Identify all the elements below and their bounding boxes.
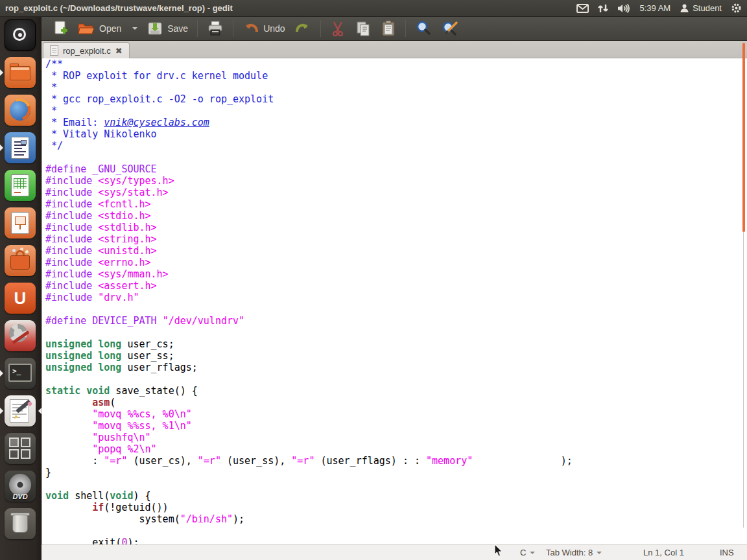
code-line: "pushfq\n" — [45, 432, 747, 443]
find-button[interactable] — [410, 18, 436, 39]
cut-icon — [330, 20, 346, 37]
code-line: */ — [45, 140, 747, 152]
network-arrows-icon[interactable] — [598, 3, 608, 14]
running-indicator — [0, 69, 3, 76]
code-line: #define _GNU_SOURCE — [45, 163, 747, 175]
new-document-button[interactable] — [48, 18, 73, 39]
copy-button[interactable] — [350, 18, 376, 39]
editor[interactable]: /** * ROP exploit for drv.c kernel modul… — [42, 58, 747, 544]
redo-button[interactable] — [290, 19, 316, 38]
desktop: rop_exploit.c (~/Downloads/trustwave/ker… — [0, 0, 747, 560]
code-line — [45, 478, 747, 490]
code-line: #include <stdio.h> — [45, 210, 747, 222]
mouse-cursor — [494, 544, 503, 560]
status-bar: C Tab Width: 8 Ln 1, Col 1 INS — [42, 544, 747, 560]
find-replace-button[interactable] — [436, 18, 464, 39]
code-line — [45, 152, 747, 163]
tab-title: rop_exploit.c — [63, 46, 111, 56]
chevron-down-icon — [132, 27, 137, 30]
find-icon — [415, 20, 432, 37]
session-gear-icon[interactable] — [731, 3, 742, 14]
toolbar-separator — [405, 20, 406, 37]
open-dropdown-button[interactable] — [126, 25, 142, 32]
code-line: "movq %%cs, %0\n" — [45, 408, 747, 420]
code-line: /** — [45, 58, 747, 70]
chevron-down-icon — [597, 552, 602, 554]
software-center-icon — [5, 245, 36, 276]
ubuntu-one-letter: U — [14, 288, 27, 309]
user-icon — [680, 3, 689, 13]
launcher-item-workspace-switcher[interactable] — [0, 433, 42, 465]
paste-button[interactable] — [376, 18, 401, 39]
launcher-item-dash[interactable] — [0, 19, 42, 52]
code-line: "movq %%ss, %1\n" — [45, 420, 747, 432]
cursor-position-label: Ln 1, Col 1 — [643, 548, 684, 557]
code-line: void shell(void) { — [45, 490, 747, 502]
tab-width-selector[interactable]: Tab Width: 8 — [546, 548, 602, 557]
code-line: * — [45, 105, 747, 117]
toolbar-separator — [320, 20, 321, 37]
document-icon — [50, 45, 58, 56]
undo-button[interactable]: Undo — [238, 19, 289, 38]
code-line: system("/bin/sh"); — [45, 513, 747, 525]
scrollbar[interactable] — [742, 43, 745, 232]
launcher-item-dvd[interactable]: DVD — [0, 471, 42, 503]
code-line: #include <errno.h> — [45, 257, 747, 268]
mail-icon[interactable] — [576, 4, 589, 13]
redo-icon — [294, 21, 311, 36]
launcher-item-terminal[interactable]: >_ — [0, 358, 42, 390]
open-button-label: Open — [99, 23, 121, 34]
tab-close-icon[interactable]: ✖ — [115, 47, 123, 55]
launcher-item-ubuntu-one[interactable]: U — [0, 283, 42, 315]
language-selector[interactable]: C — [520, 548, 535, 557]
find-replace-icon — [441, 20, 459, 37]
code-line: if(!getuid()) — [45, 502, 747, 513]
code-line: #include <sys/mman.h> — [45, 268, 747, 280]
code-line: asm( — [45, 397, 747, 408]
window-title: rop_exploit.c (~/Downloads/trustwave/ker… — [0, 3, 576, 13]
open-button[interactable]: Open — [73, 19, 126, 38]
code-line: #include <stdlib.h> — [45, 222, 747, 233]
settings-icon — [5, 320, 36, 351]
print-icon — [207, 20, 224, 37]
running-indicator — [0, 145, 3, 151]
impress-icon — [5, 207, 36, 239]
tab-rop-exploit[interactable]: rop_exploit.c ✖ — [43, 42, 130, 58]
insert-mode-label: INS — [720, 548, 734, 557]
firefox-icon — [5, 95, 36, 126]
gedit-icon — [5, 395, 36, 426]
launcher-item-software-center[interactable] — [0, 245, 42, 277]
code-line: #include <sys/stat.h> — [45, 187, 747, 198]
code-line — [45, 373, 747, 385]
launcher-item-firefox[interactable] — [0, 95, 42, 127]
launcher-item-trash[interactable] — [0, 508, 42, 541]
username: Student — [693, 3, 722, 13]
new-document-icon — [53, 20, 68, 37]
code-line — [45, 525, 747, 537]
user-menu[interactable]: Student — [680, 3, 722, 13]
launcher-item-gedit[interactable] — [0, 395, 42, 428]
scrollbar-trough — [743, 232, 744, 528]
cut-button[interactable] — [326, 18, 350, 39]
code-line: #include <string.h> — [45, 233, 747, 245]
undo-icon — [243, 21, 259, 36]
code-line: * ROP exploit for drv.c kernel module — [45, 70, 747, 82]
running-indicator — [0, 408, 3, 414]
system-tray: 5:39 AM Student — [576, 3, 747, 14]
ubuntu-dash-icon — [5, 19, 36, 51]
launcher-item-libreoffice-writer[interactable] — [0, 132, 42, 165]
writer-icon — [5, 132, 36, 163]
code-line: exit(0); — [45, 537, 747, 544]
launcher-item-libreoffice-calc[interactable] — [0, 170, 42, 202]
launcher-item-files[interactable] — [0, 57, 42, 89]
launcher-item-system-settings[interactable] — [0, 320, 42, 353]
gedit-window: Open Save Undo — [42, 17, 747, 560]
save-button[interactable]: Save — [142, 18, 193, 39]
launcher-item-libreoffice-impress[interactable] — [0, 207, 42, 240]
code-area: /** * ROP exploit for drv.c kernel modul… — [42, 58, 747, 544]
print-button[interactable] — [202, 18, 228, 39]
toolbar-separator — [197, 20, 198, 37]
volume-icon[interactable] — [617, 3, 630, 14]
code-line: * Vitaly Nikolenko — [45, 128, 747, 140]
clock[interactable]: 5:39 AM — [639, 3, 670, 13]
